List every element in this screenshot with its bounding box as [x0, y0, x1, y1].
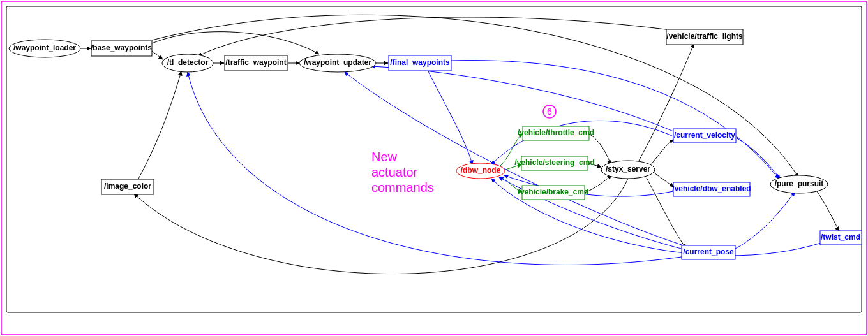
edge — [152, 51, 163, 59]
edge — [152, 32, 319, 54]
node-image-color: /image_color — [101, 179, 154, 194]
node-final-waypoints: /final_waypoints — [389, 55, 451, 71]
edge — [638, 44, 694, 162]
node-waypoint-updater: /waypoint_updater — [299, 54, 376, 72]
edge — [654, 173, 673, 187]
edge — [138, 71, 181, 180]
annotation-line3: commands — [371, 180, 434, 194]
node-current-pose: /current_pose — [682, 245, 735, 259]
node-vehicle-steering-cmd: /vehicle/steering_cmd — [514, 156, 594, 170]
edge — [428, 70, 472, 164]
label: /vehicle/brake_cmd — [518, 187, 589, 196]
label: /current_velocity — [674, 131, 735, 140]
label: /current_pose — [683, 247, 734, 256]
edge — [451, 61, 779, 179]
label: /vehicle/dbw_enabled — [672, 184, 751, 193]
node-pure-pursuit: /pure_pursuit — [770, 175, 828, 193]
label: /traffic_waypoint — [225, 58, 286, 67]
node-vehicle-traffic-lights: /vehicle/traffic_lights — [666, 29, 743, 45]
label: /waypoint_updater — [304, 58, 371, 67]
label: /twist_cmd — [821, 233, 860, 242]
label: /final_waypoints — [390, 58, 450, 67]
node-vehicle-dbw-enabled: /vehicle/dbw_enabled — [672, 182, 751, 196]
label: /image_color — [104, 182, 151, 191]
edge — [651, 140, 673, 164]
node-tl-detector: /tl_detector — [162, 54, 213, 72]
label: /waypoint_loader — [13, 43, 76, 52]
label: /tl_detector — [167, 58, 209, 67]
label: /vehicle/throttle_cmd — [518, 128, 594, 137]
node-vehicle-throttle-cmd: /vehicle/throttle_cmd — [518, 126, 594, 140]
annotation-line1: New — [371, 150, 398, 164]
label: /base_waypoints — [91, 43, 152, 52]
label: /vehicle/traffic_lights — [666, 32, 743, 41]
edge — [735, 192, 795, 249]
edge — [198, 17, 694, 56]
step-number: 6 — [547, 106, 552, 117]
edge — [371, 66, 673, 131]
label: /dbw_node — [461, 166, 501, 175]
node-traffic-waypoint: /traffic_waypoint — [225, 55, 287, 71]
node-vehicle-brake-cmd: /vehicle/brake_cmd — [518, 186, 589, 200]
node-waypoint-loader: /waypoint_loader — [9, 40, 80, 57]
label: /styx_server — [606, 164, 650, 173]
annotation-step-circle: 6 — [543, 105, 556, 118]
node-twist-cmd: /twist_cmd — [820, 231, 862, 245]
node-current-velocity: /current_velocity — [673, 129, 736, 143]
annotation-line2: actuator — [371, 165, 418, 179]
label: /vehicle/steering_cmd — [514, 158, 594, 167]
edge — [817, 191, 839, 231]
node-styx-server: /styx_server — [601, 161, 655, 179]
node-dbw-node: /dbw_node — [456, 163, 505, 179]
label: /pure_pursuit — [775, 179, 824, 188]
node-base-waypoints: /base_waypoints — [91, 41, 152, 56]
ros-graph-diagram: /waypoint_loader /base_waypoints /tl_det… — [0, 0, 868, 336]
